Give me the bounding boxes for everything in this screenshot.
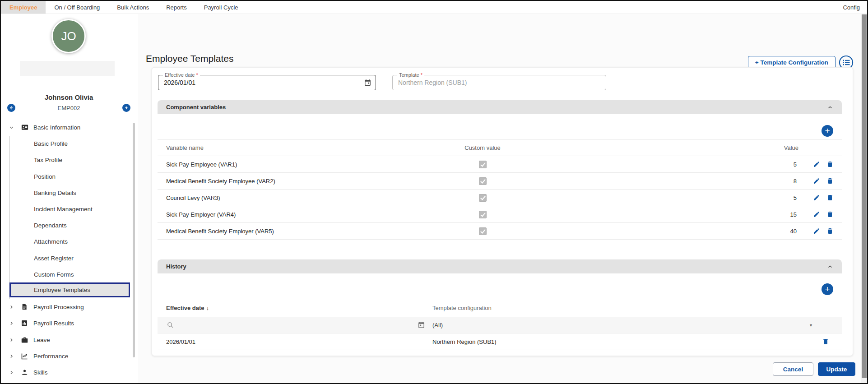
next-employee-button[interactable]	[122, 104, 130, 112]
sidebar-item-payroll-results[interactable]: Payroll Results	[1, 315, 134, 331]
arrow-right-icon	[124, 105, 129, 111]
main-content: Employee Templates + Template Configurat…	[138, 14, 861, 383]
column-template-configuration[interactable]: Template configuration	[432, 305, 492, 311]
footer-actions: Cancel Update	[773, 362, 855, 376]
history-filter-row: (All) ▾	[158, 317, 842, 333]
employee-id-row: EMP002	[1, 103, 137, 113]
sidebar-item-leave[interactable]: Leave	[1, 332, 134, 348]
chevron-right-icon[interactable]	[9, 337, 15, 343]
page-scrollbar[interactable]	[861, 14, 867, 383]
variable-value: 5	[794, 194, 797, 201]
column-effective-date[interactable]: Effective date↓	[166, 305, 209, 311]
table-row: Sick Pay Employer (VAR4)15	[158, 206, 842, 223]
tab-payroll-cycle[interactable]: Payroll Cycle	[195, 1, 247, 14]
sidebar: JO Johnson Olivia EMP002 Basic Informati…	[1, 14, 137, 383]
tab-config[interactable]: Config	[843, 1, 860, 14]
table-row: Sick Pay Employee (VAR1)5	[158, 156, 842, 173]
page-title: Employee Templates	[146, 53, 234, 64]
delete-icon[interactable]	[826, 194, 835, 202]
calendar-icon[interactable]	[418, 321, 425, 331]
chevron-down-icon[interactable]	[9, 125, 15, 130]
variable-name: Council Levy (VAR3)	[166, 194, 220, 201]
update-button[interactable]: Update	[818, 362, 855, 376]
chevron-right-icon[interactable]	[9, 304, 15, 310]
variable-value: 8	[794, 178, 797, 185]
custom-value-checkbox[interactable]	[479, 194, 487, 202]
sidebar-item-skills[interactable]: Skills	[1, 364, 134, 380]
sort-descending-icon[interactable]: ↓	[206, 305, 209, 311]
delete-icon[interactable]	[826, 177, 835, 185]
tab-on-off-boarding[interactable]: On / Off Boarding	[46, 1, 108, 14]
chevron-up-icon[interactable]	[827, 264, 833, 270]
table-row: Medical Benefit Society Employer (VAR5)4…	[158, 223, 842, 240]
custom-value-checkbox[interactable]	[479, 211, 487, 218]
variable-value: 40	[790, 228, 797, 235]
sidebar-item-asset-register[interactable]: Asset Register	[1, 250, 134, 266]
edit-icon[interactable]	[813, 227, 821, 235]
variable-name: Sick Pay Employer (VAR4)	[166, 211, 236, 218]
chevron-down-icon[interactable]: ▾	[810, 317, 812, 333]
component-variables-table-header: Variable name Custom value Value	[158, 139, 842, 156]
sidebar-item-tax-profile[interactable]: Tax Profile	[1, 152, 134, 168]
sidebar-item-banking-details[interactable]: Banking Details	[1, 185, 134, 201]
sidebar-item-incident-management[interactable]: Incident Management	[1, 201, 134, 217]
delete-icon[interactable]	[826, 160, 835, 168]
variable-name: Medical Benefit Society Employee (VAR2)	[166, 178, 275, 185]
sidebar-item-dependants[interactable]: Dependants	[1, 217, 134, 233]
add-history-button[interactable]: +	[822, 283, 833, 295]
cancel-button[interactable]: Cancel	[773, 362, 813, 376]
custom-value-checkbox[interactable]	[479, 177, 487, 185]
table-row: 2026/01/01Northern Region (SUB1)	[158, 333, 842, 350]
tab-bulk-actions[interactable]: Bulk Actions	[108, 1, 158, 14]
sidebar-item-performance[interactable]: Performance	[1, 348, 134, 364]
variable-value: 5	[794, 161, 797, 168]
sidebar-item-label: Attachments	[34, 238, 68, 245]
top-nav: Employee On / Off Boarding Bulk Actions …	[1, 1, 867, 14]
sidebar-item-basic-information[interactable]: Basic Information	[1, 119, 134, 135]
component-variables-header[interactable]: Component variables	[158, 100, 842, 114]
sidebar-item-label: Position	[34, 173, 56, 180]
custom-value-checkbox[interactable]	[479, 161, 487, 168]
person-icon	[21, 369, 29, 376]
custom-value-checkbox[interactable]	[479, 227, 487, 235]
history-table-header: Effective date↓ Template configuration	[158, 299, 842, 317]
edit-icon[interactable]	[813, 160, 821, 168]
component-variables-table-body: Sick Pay Employee (VAR1)5Medical Benefit…	[158, 156, 842, 240]
add-variable-button[interactable]: +	[822, 125, 833, 137]
sidebar-item-attachments[interactable]: Attachments	[1, 233, 134, 250]
scrollbar-thumb[interactable]	[862, 14, 867, 378]
employee-id: EMP002	[1, 105, 137, 111]
delete-icon[interactable]	[822, 338, 830, 346]
sidebar-divider	[8, 90, 130, 90]
sidebar-scrollbar[interactable]	[133, 123, 135, 357]
effective-date-field[interactable]: Effective date * 2026/01/01	[158, 75, 376, 90]
sidebar-item-payroll-processing[interactable]: Payroll Processing	[1, 299, 134, 315]
template-field[interactable]: Template * Northern Region (SUB1)	[392, 75, 606, 90]
form-card: Effective date * 2026/01/01 Template * N…	[152, 67, 853, 356]
sidebar-item-label: Asset Register	[34, 255, 74, 262]
chevron-up-icon[interactable]	[827, 104, 833, 111]
column-variable-name: Variable name	[166, 144, 204, 151]
tab-employee[interactable]: Employee	[1, 1, 46, 14]
edit-icon[interactable]	[813, 210, 821, 218]
sidebar-item-label: Incident Management	[34, 206, 93, 213]
sidebar-item-employee-templates[interactable]: Employee Templates	[9, 282, 130, 297]
chevron-right-icon[interactable]	[9, 353, 15, 359]
edit-icon[interactable]	[813, 194, 821, 202]
chevron-right-icon[interactable]	[9, 320, 15, 326]
sidebar-item-label: Payroll Processing	[33, 304, 84, 310]
tab-reports[interactable]: Reports	[158, 1, 195, 14]
history-header[interactable]: History	[158, 259, 842, 273]
calendar-icon[interactable]	[364, 79, 371, 88]
variable-name: Medical Benefit Society Employer (VAR5)	[166, 228, 274, 235]
edit-icon[interactable]	[813, 177, 821, 185]
effective-date-value[interactable]: 2026/01/01	[164, 75, 360, 90]
search-icon[interactable]	[167, 321, 174, 331]
sidebar-item-custom-forms[interactable]: Custom Forms	[1, 266, 134, 282]
delete-icon[interactable]	[826, 210, 835, 218]
delete-icon[interactable]	[826, 227, 835, 235]
chevron-right-icon[interactable]	[9, 370, 15, 375]
sidebar-item-position[interactable]: Position	[1, 168, 134, 185]
template-filter-dropdown[interactable]: (All)	[432, 317, 443, 333]
sidebar-item-basic-profile[interactable]: Basic Profile	[1, 135, 134, 152]
